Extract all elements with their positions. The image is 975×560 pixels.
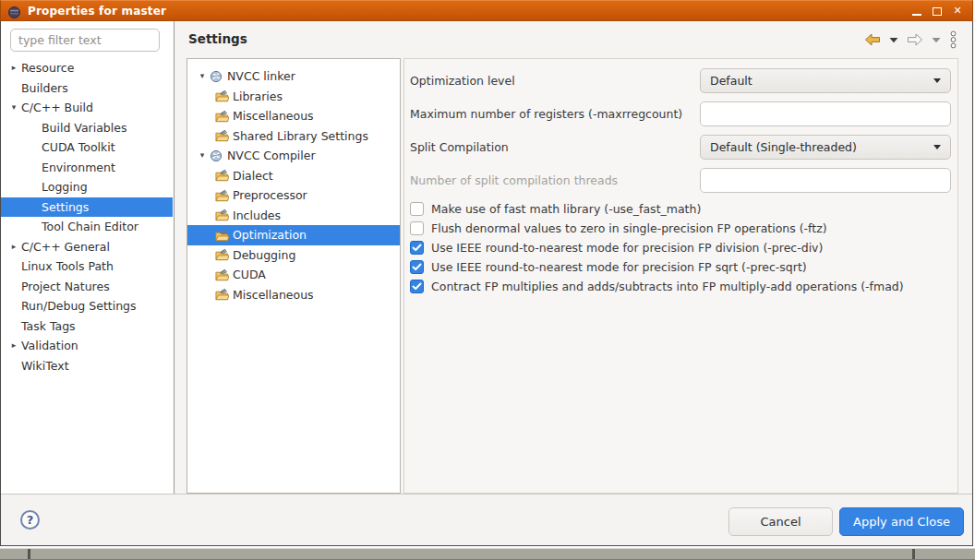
maximize-icon[interactable]: [932, 6, 943, 17]
optimization-level-dropdown[interactable]: Default: [700, 68, 951, 93]
tool-tree-item-nvcc-compiler[interactable]: ▾NVCC Compiler: [187, 146, 400, 166]
folder-icon: [215, 209, 230, 221]
sidebar-item-resource[interactable]: ▸Resource: [1, 58, 173, 78]
background-taskbar-strip: [0, 548, 975, 560]
tool-tree-item-preprocessor[interactable]: Preprocessor: [187, 185, 400, 206]
tool-settings-tree: ▾NVCC linkerLibrariesMiscellaneousShared…: [187, 58, 401, 494]
maximum-number-of-registers-maxrregcount-input[interactable]: [700, 101, 951, 126]
folder-icon: [215, 169, 230, 182]
chevron-down-icon[interactable]: ▾: [6, 103, 21, 112]
filter-input[interactable]: [10, 29, 160, 52]
sidebar-item-builders[interactable]: Builders: [1, 78, 173, 99]
chevron-right-icon[interactable]: ▸: [6, 341, 21, 350]
sidebar-item-logging[interactable]: Logging: [1, 177, 173, 197]
help-icon[interactable]: ?: [20, 510, 40, 530]
sidebar-item-run-debug-settings[interactable]: Run/Debug Settings: [1, 296, 173, 316]
chevron-right-icon[interactable]: ▸: [6, 243, 21, 251]
tool-tree-item-label: NVCC linker: [227, 69, 295, 83]
checkbox-row-flush-denormal-values-to-zero-in-single-: Flush denormal values to zero in single-…: [410, 219, 954, 237]
checkbox-checked-icon[interactable]: [410, 260, 424, 274]
sidebar-item-label: Build Variables: [42, 121, 126, 135]
button-bar: ? Cancel Apply and Close: [1, 494, 972, 545]
folder-icon: [215, 189, 230, 202]
back-menu-chevron-icon[interactable]: [889, 37, 898, 43]
tool-tree-item-miscellaneous[interactable]: Miscellaneous: [187, 285, 400, 305]
tool-tree-item-optimization[interactable]: Optimization: [187, 225, 400, 245]
tool-tree-item-cuda[interactable]: CUDA: [187, 265, 400, 285]
sidebar-item-c-c-build[interactable]: ▾C/C++ Build: [1, 98, 173, 118]
checkbox-row-contract-fp-multiplies-and-adds-subtract: Contract FP multiplies and adds/subtract…: [410, 277, 954, 295]
sidebar-item-label: Resource: [21, 61, 74, 75]
tool-tree-item-label: Libraries: [233, 89, 283, 103]
sidebar-item-validation[interactable]: ▸Validation: [1, 336, 173, 356]
folder-icon: [215, 110, 230, 123]
form-row-maximum-number-of-registers-maxrregcount: Maximum number of registers (-maxrregcou…: [404, 101, 957, 126]
tool-tree-item-nvcc-linker[interactable]: ▾NVCC linker: [187, 66, 400, 87]
properties-sidebar: ▸ResourceBuilders▾C/C++ BuildBuild Varia…: [1, 21, 175, 494]
folder-icon: [215, 248, 230, 261]
sidebar-item-cuda-toolkit[interactable]: CUDA Toolkit: [1, 137, 173, 158]
minimize-icon[interactable]: [911, 6, 922, 17]
screen: Properties for master ✕ ▸ResourceBuilder…: [0, 0, 975, 560]
sidebar-item-project-natures[interactable]: Project Natures: [1, 277, 173, 297]
apply-and-close-button[interactable]: Apply and Close: [839, 507, 964, 536]
sidebar-item-task-tags[interactable]: Task Tags: [1, 316, 173, 337]
number-of-split-compilation-threads-input[interactable]: [700, 168, 951, 193]
sidebar-item-label: C/C++ Build: [21, 101, 93, 114]
chevron-down-icon[interactable]: ▾: [195, 151, 210, 160]
field-label: Maximum number of registers (-maxrregcou…: [410, 101, 682, 126]
cancel-button[interactable]: Cancel: [728, 507, 833, 536]
tool-tree-item-includes[interactable]: Includes: [187, 206, 400, 226]
strip-tick: [28, 549, 30, 559]
settings-header: Settings: [175, 21, 972, 58]
tool-tree-item-libraries[interactable]: Libraries: [187, 87, 400, 107]
sidebar-item-label: Validation: [21, 339, 78, 352]
tool-tree-item-label: Includes: [233, 209, 281, 222]
folder-icon: [215, 229, 230, 242]
close-icon[interactable]: ✕: [952, 6, 963, 17]
sidebar-item-tool-chain-editor[interactable]: Tool Chain Editor: [1, 217, 173, 237]
title-bar[interactable]: Properties for master ✕: [0, 0, 973, 21]
tool-tree-item-dialect[interactable]: Dialect: [187, 166, 400, 186]
dropdown-selected-value: Default: [710, 74, 752, 88]
folder-icon: [215, 129, 230, 142]
properties-dialog: Properties for master ✕ ▸ResourceBuilder…: [0, 0, 973, 546]
tool-icon: [210, 149, 224, 162]
strip-tick: [912, 549, 915, 559]
dialog-body: ▸ResourceBuilders▾C/C++ BuildBuild Varia…: [1, 21, 972, 545]
tool-tree-item-miscellaneous[interactable]: Miscellaneous: [187, 106, 400, 126]
field-label: Number of split compilation threads: [410, 168, 618, 193]
sidebar-item-label: C/C++ General: [21, 240, 110, 254]
forward-arrow-icon[interactable]: [907, 33, 923, 46]
sidebar-item-label: Tool Chain Editor: [42, 220, 138, 233]
tool-tree-item-label: CUDA: [233, 268, 266, 281]
chevron-right-icon[interactable]: ▸: [6, 64, 21, 72]
sidebar-item-wikitext[interactable]: WikiText: [1, 356, 173, 376]
sidebar-item-label: Linux Tools Path: [21, 259, 114, 273]
checkbox-checked-icon[interactable]: [410, 280, 424, 293]
tool-tree-item-shared-library-settings[interactable]: Shared Library Settings: [187, 126, 400, 147]
view-menu-icon[interactable]: [949, 30, 957, 49]
checkbox-unchecked-icon[interactable]: [410, 221, 424, 235]
form-row-number-of-split-compilation-threads: Number of split compilation threads: [404, 168, 957, 193]
sidebar-item-environment[interactable]: Environment: [1, 158, 173, 178]
form-row-split-compilation: Split CompilationDefault (Single-threade…: [404, 135, 957, 160]
checkbox-label: Make use of fast math library (-use_fast…: [431, 202, 701, 216]
tool-tree-item-label: Shared Library Settings: [233, 129, 368, 143]
back-arrow-icon[interactable]: [864, 33, 881, 46]
tool-tree-item-label: Miscellaneous: [233, 109, 314, 123]
sidebar-item-settings[interactable]: Settings: [1, 197, 173, 218]
sidebar-item-label: Run/Debug Settings: [21, 299, 137, 313]
forward-menu-chevron-icon[interactable]: [932, 37, 941, 43]
sidebar-item-label: Environment: [42, 161, 115, 174]
split-compilation-dropdown[interactable]: Default (Single-threaded): [700, 135, 951, 160]
checkbox-unchecked-icon[interactable]: [410, 202, 424, 216]
sidebar-item-linux-tools-path[interactable]: Linux Tools Path: [1, 256, 173, 277]
sidebar-item-c-c-general[interactable]: ▸C/C++ General: [1, 237, 173, 257]
checkbox-checked-icon[interactable]: [410, 241, 424, 255]
sidebar-item-build-variables[interactable]: Build Variables: [1, 118, 173, 138]
tool-tree-item-debugging[interactable]: Debugging: [187, 245, 400, 266]
page-title: Settings: [188, 31, 247, 46]
tool-tree-item-label: Debugging: [233, 248, 295, 262]
chevron-down-icon[interactable]: ▾: [195, 72, 210, 80]
